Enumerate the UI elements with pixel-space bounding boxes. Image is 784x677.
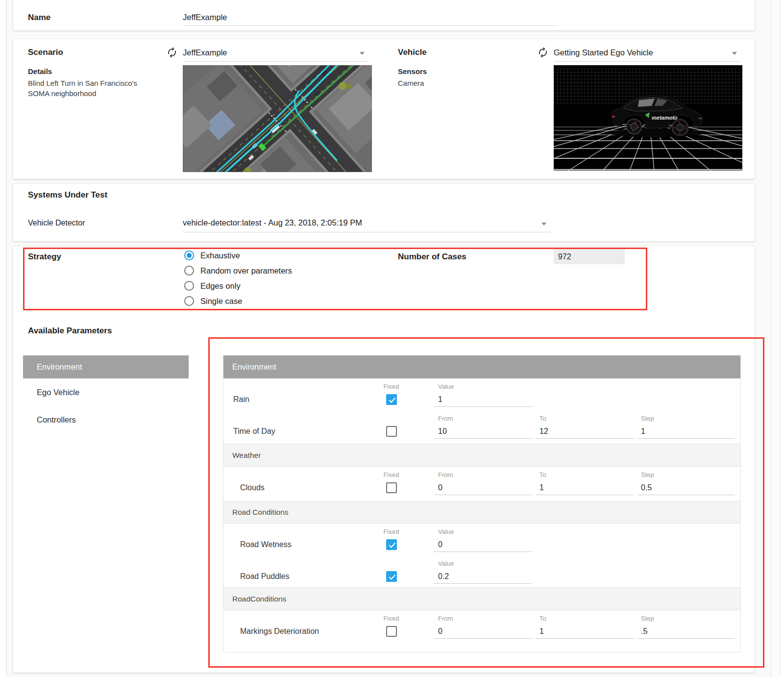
param-row-markings-deterioration: Markings Deterioration Fixed From0 To1 S… <box>223 610 740 652</box>
scenario-details-line1: Blind Left Turn in San Francisco's <box>28 78 137 88</box>
subheader-road-conditions: Road Conditions <box>223 501 740 524</box>
category-item-environment[interactable]: Environment <box>23 355 189 378</box>
fixed-checkbox[interactable] <box>386 426 397 437</box>
radio-option-single[interactable]: Single case <box>184 295 242 307</box>
strategy-label: Strategy <box>28 252 61 262</box>
field-label: To <box>536 471 634 480</box>
subheader-roadconditions: RoadConditions <box>223 587 740 610</box>
parameters-table: Environment Rain Fixed Value1 Time of Da… <box>223 355 741 652</box>
radio-option-edges[interactable]: Edges only <box>184 279 241 292</box>
vehicle-preview-image: metamoto <box>554 65 742 171</box>
to-input[interactable]: 12 <box>536 424 634 439</box>
systems-under-test-title: Systems Under Test <box>28 190 107 200</box>
sensors-value: Camera <box>398 78 424 88</box>
fixed-checkbox[interactable] <box>386 482 397 493</box>
subheader-label: Weather <box>232 451 261 460</box>
scenario-select[interactable]: JeffExample <box>183 48 227 57</box>
radio-icon[interactable] <box>184 251 194 260</box>
step-input[interactable]: 0.5 <box>637 480 735 495</box>
param-label: Road Puddles <box>240 572 290 581</box>
scenario-map-image <box>183 65 372 172</box>
left-frame-line <box>6 0 7 677</box>
radio-icon[interactable] <box>184 281 194 291</box>
vehicle-label: Vehicle <box>398 48 427 57</box>
radio-option-exhaustive[interactable]: Exhaustive <box>184 249 240 262</box>
field-label: From <box>434 614 532 624</box>
param-label: Rain <box>233 395 249 404</box>
available-parameters-title: Available Parameters <box>28 326 112 336</box>
param-row-road-wetness: Road Wetness Fixed Value0 <box>223 524 740 555</box>
radio-label: Single case <box>200 297 242 306</box>
step-input[interactable]: .5 <box>637 624 735 639</box>
field-label: Value <box>434 559 532 569</box>
field-label: Step <box>637 614 735 624</box>
number-of-cases-label: Number of Cases <box>398 252 466 262</box>
fixed-checkbox[interactable] <box>386 539 397 550</box>
systems-under-test-card: Systems Under Test Vehicle Detector vehi… <box>13 184 755 241</box>
field-label: To <box>536 414 634 424</box>
sensors-label: Sensors <box>398 67 427 75</box>
field-label: From <box>434 414 532 424</box>
to-input[interactable]: 1 <box>536 480 634 495</box>
number-of-cases-value: 972 <box>554 249 625 264</box>
step-input[interactable]: 1 <box>637 424 735 439</box>
fixed-column-label: Fixed <box>384 471 399 480</box>
scenario-select-underline <box>183 61 368 62</box>
fixed-column-label: Fixed <box>384 527 399 537</box>
scenario-details-line2: SOMA neighborhood <box>28 88 96 99</box>
radio-icon[interactable] <box>184 296 194 306</box>
subheader-label: RoadConditions <box>232 595 286 603</box>
vehicle-caret-down-icon[interactable] <box>732 52 737 55</box>
param-row-clouds: Clouds Fixed From0 To1 Step0.5 <box>223 467 740 501</box>
name-input[interactable]: JeffExample <box>183 13 227 22</box>
category-item-controllers[interactable]: Controllers <box>23 406 189 433</box>
scrollbar-track[interactable] <box>771 0 780 677</box>
name-input-underline <box>183 25 556 26</box>
name-label: Name <box>28 13 50 23</box>
param-row-rain: Rain Fixed Value1 <box>223 378 740 410</box>
vehicle-refresh-icon[interactable] <box>537 47 549 58</box>
subheader-weather: Weather <box>223 444 740 467</box>
vehicle-brand-text: metamoto <box>652 115 678 121</box>
subheader-label: Road Conditions <box>232 508 289 517</box>
fixed-checkbox[interactable] <box>386 571 397 582</box>
field-label: To <box>536 614 634 624</box>
category-label: Environment <box>37 362 82 372</box>
fixed-column-label: Fixed <box>384 614 399 624</box>
value-input[interactable]: 1 <box>434 392 532 407</box>
radio-icon[interactable] <box>184 266 194 276</box>
value-input[interactable]: 0.2 <box>434 569 532 584</box>
scenario-refresh-icon[interactable] <box>166 47 178 58</box>
field-label: Value <box>434 382 532 392</box>
value-input[interactable]: 0 <box>434 537 532 552</box>
param-label: Markings Deterioration <box>240 627 319 636</box>
strategy-parameters-card: Strategy Exhaustive Random over paramete… <box>13 246 755 673</box>
fixed-checkbox[interactable] <box>386 394 397 405</box>
param-label: Clouds <box>240 483 265 492</box>
fixed-column-label: Fixed <box>384 382 399 392</box>
radio-label: Exhaustive <box>200 251 240 260</box>
category-item-ego-vehicle[interactable]: Ego Vehicle <box>23 378 189 406</box>
param-label: Time of Day <box>233 427 275 436</box>
scenario-label: Scenario <box>28 48 63 57</box>
scenario-caret-down-icon[interactable] <box>360 52 365 55</box>
simulation-config-page: Name JeffExample Scenario JeffExample De… <box>0 0 784 677</box>
vehicle-detector-select[interactable]: vehicle-detector:latest - Aug 23, 2018, … <box>183 218 362 227</box>
field-label: Step <box>637 414 735 424</box>
category-label: Ego Vehicle <box>37 388 79 397</box>
radio-label: Edges only <box>200 281 241 291</box>
vehicle-select-underline <box>554 61 741 62</box>
vehicle-detector-underline <box>183 232 551 232</box>
scenario-details-label: Details <box>28 67 52 75</box>
vehicle-detector-caret-down-icon[interactable] <box>541 223 546 226</box>
param-row-road-puddles: Road Puddles Value0.2 <box>223 555 740 587</box>
from-input[interactable]: 0 <box>434 480 532 495</box>
to-input[interactable]: 1 <box>536 624 634 639</box>
fixed-checkbox[interactable] <box>386 626 397 637</box>
from-input[interactable]: 0 <box>434 624 532 639</box>
radio-option-random[interactable]: Random over parameters <box>184 264 292 277</box>
table-header-environment: Environment <box>223 355 740 378</box>
vehicle-detector-label: Vehicle Detector <box>28 219 85 227</box>
from-input[interactable]: 10 <box>434 424 532 439</box>
vehicle-select[interactable]: Getting Started Ego Vehicle <box>554 48 653 57</box>
